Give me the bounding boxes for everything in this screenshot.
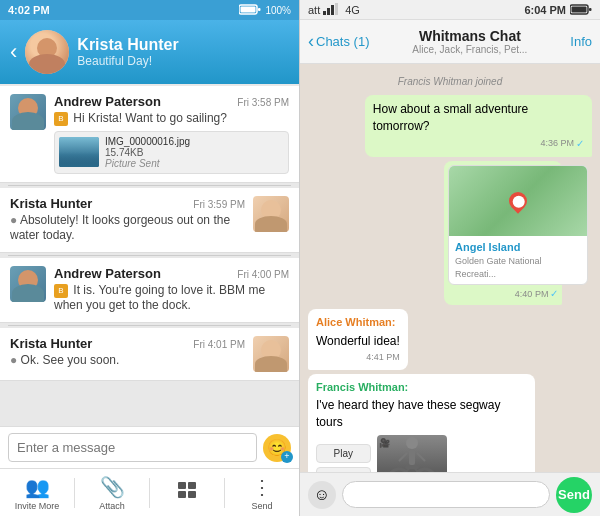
francis-bubble: Francis Whitman: I've heard they have th…: [308, 374, 535, 472]
alice-sender: Alice Whitman:: [316, 315, 400, 330]
image-info: IMG_00000016.jpg 15.74KB Picture Sent: [105, 136, 190, 169]
image-filename: IMG_00000016.jpg: [105, 136, 190, 147]
svg-point-14: [406, 437, 418, 449]
send-button-left[interactable]: ⋮ Send: [225, 475, 299, 511]
bbm-icon-1: B: [54, 112, 68, 126]
francis-text: I've heard they have these segway tours: [316, 397, 527, 431]
svg-rect-8: [327, 8, 330, 15]
divider-1: [8, 185, 291, 186]
send-icon-left: ⋮: [252, 475, 272, 499]
location-card[interactable]: Angel Island Golden Gate National Recrea…: [448, 165, 588, 286]
right-chat-header: ‹ Chats (1) Whitmans Chat Alice, Jack, F…: [300, 20, 600, 64]
video-thumbnail: 0:37 🎥: [377, 435, 447, 472]
contact-name: Krista Hunter: [77, 36, 289, 54]
video-camera-icon: 🎥: [379, 437, 390, 450]
attach-button[interactable]: 📎 Attach: [75, 475, 149, 511]
right-messages: Francis Whitman joined How about a small…: [300, 64, 600, 472]
svg-rect-5: [178, 491, 186, 498]
message-time-1: Fri 3:58 PM: [237, 97, 289, 108]
emoji-button[interactable]: 😊 +: [263, 434, 291, 462]
avatar-krista-2: [253, 196, 289, 232]
sender-name-2: Krista Hunter: [10, 196, 92, 211]
message-input[interactable]: [8, 433, 257, 462]
wa-emoji-button[interactable]: ☺: [308, 481, 336, 509]
alice-bubble: Alice Whitman: Wonderful idea! 4:41 PM: [308, 309, 408, 370]
attach-icon: 📎: [100, 475, 125, 499]
message-content-4: Krista Hunter Fri 4:01 PM ● Ok. See you …: [10, 336, 245, 369]
bb-menu-icon: [176, 480, 198, 505]
group-participants: Alice, Jack, Francis, Pet...: [375, 44, 564, 55]
network-type: 4G: [345, 4, 360, 16]
attach-label: Attach: [99, 501, 125, 511]
back-button[interactable]: ‹: [10, 39, 17, 65]
invite-more-button[interactable]: 👥 Invite More: [0, 475, 74, 511]
svg-rect-6: [188, 491, 196, 498]
svg-rect-4: [188, 482, 196, 489]
svg-line-16: [399, 453, 407, 461]
avatar-krista-4: [253, 336, 289, 372]
divider-2: [8, 255, 291, 256]
checkmark-1: ✓: [576, 137, 584, 151]
location-name: Angel Island: [455, 240, 581, 255]
sender-name-3: Andrew Paterson: [54, 266, 161, 281]
right-status-left: att: [308, 4, 320, 16]
sender-name-4: Krista Hunter: [10, 336, 92, 351]
svg-rect-9: [331, 5, 334, 15]
location-sub: Golden Gate National Recreati...: [455, 255, 581, 280]
contact-status: Beautiful Day!: [77, 54, 289, 68]
chat-messages: Andrew Paterson Fri 3:58 PM B Hi Krista!…: [0, 84, 299, 426]
message-time-4: Fri 4:01 PM: [193, 339, 245, 350]
alice-time: 4:41 PM: [316, 351, 400, 364]
location-bubble: Angel Island Golden Gate National Recrea…: [444, 161, 592, 306]
svg-rect-7: [323, 11, 326, 15]
divider-3: [8, 325, 291, 326]
header-avatar: [25, 30, 69, 74]
chat-message-4: Krista Hunter Fri 4:01 PM ● Ok. See you …: [0, 328, 299, 381]
forward-button[interactable]: Forward: [316, 467, 371, 472]
chat-message-2: Krista Hunter Fri 3:59 PM ● Absolutely! …: [0, 188, 299, 253]
back-to-chats[interactable]: ‹ Chats (1): [308, 31, 369, 52]
message-text-3: B It is. You're going to love it. BBM me…: [54, 283, 289, 314]
play-button[interactable]: Play: [316, 444, 371, 463]
svg-line-17: [417, 453, 425, 461]
location-map: [449, 166, 587, 236]
emoji-plus-icon: +: [281, 451, 293, 463]
left-chat-header: ‹ Krista Hunter Beautiful Day!: [0, 20, 299, 84]
svg-rect-12: [572, 7, 587, 13]
video-bubble: Play Forward: [316, 435, 527, 472]
outgoing-text-1: How about a small adventure tomorrow?: [373, 101, 584, 135]
left-status-time: 4:02 PM: [8, 4, 50, 16]
send-label-left: Send: [251, 501, 272, 511]
svg-rect-13: [589, 8, 592, 11]
wa-send-button[interactable]: Send: [556, 477, 592, 513]
message-time-2: Fri 3:59 PM: [193, 199, 245, 210]
battery-icon-right: [570, 4, 592, 15]
message-time-3: Fri 4:00 PM: [237, 269, 289, 280]
back-link-label: Chats (1): [316, 34, 369, 49]
location-info: Angel Island Golden Gate National Recrea…: [449, 236, 587, 285]
bb-menu-button[interactable]: [150, 480, 224, 505]
svg-rect-18: [405, 465, 419, 469]
svg-rect-15: [409, 449, 415, 465]
wa-message-input[interactable]: [342, 481, 550, 508]
avatar-andrew-1: [10, 94, 46, 130]
francis-sender: Francis Whitman:: [316, 380, 527, 395]
image-size: 15.74KB: [105, 147, 190, 158]
avatar-andrew-3: [10, 266, 46, 302]
outgoing-time-1: 4:36 PM ✓: [373, 137, 584, 151]
right-input-area: ☺ Send: [300, 472, 600, 516]
svg-rect-10: [335, 3, 338, 15]
image-caption: Picture Sent: [105, 158, 190, 169]
image-attachment: IMG_00000016.jpg 15.74KB Picture Sent: [54, 131, 289, 174]
location-time: 4:40 PM ✓: [448, 287, 558, 301]
image-thumbnail: [59, 137, 99, 167]
group-chat-title: Whitmans Chat: [375, 28, 564, 44]
left-toolbar: 👥 Invite More 📎 Attach: [0, 468, 299, 516]
info-button[interactable]: Info: [570, 34, 592, 49]
battery-icon: [239, 4, 261, 17]
message-text-1: B Hi Krista! Want to go sailing?: [54, 111, 289, 127]
invite-more-icon: 👥: [25, 475, 50, 499]
left-panel: 4:02 PM 100% ‹ Krista Hunter Be: [0, 0, 300, 516]
back-chevron-icon: ‹: [308, 31, 314, 52]
segway-svg: [387, 435, 437, 472]
